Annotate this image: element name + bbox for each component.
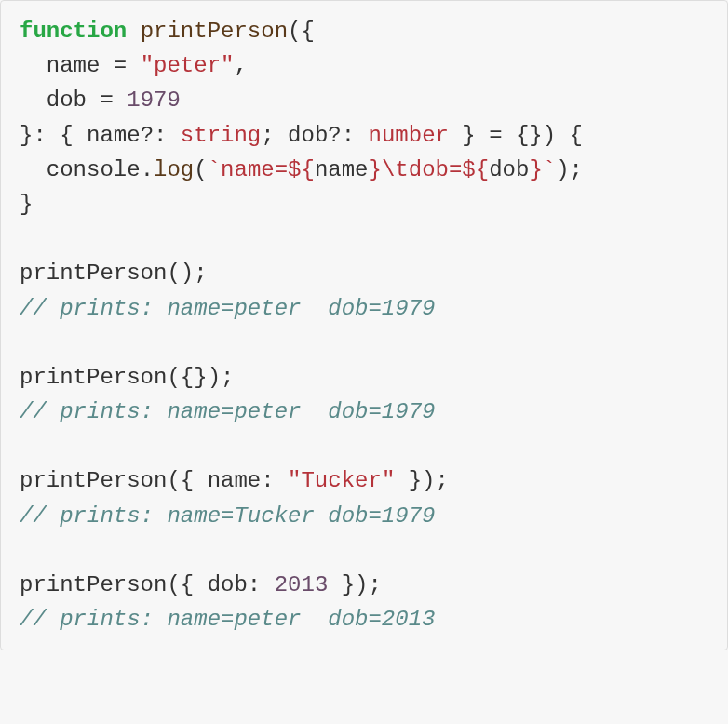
- template-tab: \t: [382, 157, 409, 182]
- backtick: `: [543, 157, 556, 182]
- indent: [20, 53, 47, 78]
- template-expr-close: }: [369, 157, 382, 182]
- number-literal: 1979: [127, 87, 181, 113]
- indent: [20, 87, 47, 113]
- type-number: number: [369, 123, 449, 148]
- call-open: printPerson({: [20, 468, 208, 493]
- number-literal: 2013: [275, 572, 329, 597]
- call-printperson-empty: printPerson({});: [20, 365, 234, 390]
- colon: :: [248, 572, 275, 597]
- equals: =: [100, 53, 140, 78]
- call-close: });: [395, 468, 449, 493]
- close-paren: );: [556, 157, 583, 182]
- template-expr-open: ${: [288, 157, 315, 182]
- indent: [20, 157, 47, 182]
- optional-marker: ?:: [141, 123, 181, 148]
- type-annotation-open: }: {: [20, 123, 87, 148]
- call-printperson-noargs: printPerson();: [20, 261, 208, 286]
- string-literal: "peter": [141, 53, 235, 78]
- comma: ,: [234, 53, 247, 78]
- code-block: function printPerson({ name = "peter", d…: [0, 0, 728, 650]
- comment-output-2: // prints: name=peter dob=1979: [20, 399, 435, 424]
- function-name: printPerson: [141, 19, 288, 44]
- call-open: printPerson({: [20, 572, 208, 597]
- optional-marker: ?:: [328, 123, 368, 148]
- colon: :: [261, 468, 288, 493]
- template-expr-close: }: [529, 157, 542, 182]
- comment-output-4: // prints: name=peter dob=2013: [20, 607, 435, 632]
- template-var-dob: dob: [489, 157, 529, 182]
- template-text: name=: [221, 157, 288, 182]
- backtick: `: [208, 157, 221, 182]
- call-close: });: [328, 572, 382, 597]
- template-expr-open: ${: [462, 157, 489, 182]
- log-method: log: [154, 157, 194, 182]
- keyword-function: function: [20, 19, 127, 44]
- string-literal: "Tucker": [288, 468, 395, 493]
- type-sep: ;: [261, 123, 288, 148]
- dot: .: [141, 157, 154, 182]
- template-var-name: name: [315, 157, 369, 182]
- comment-output-3: // prints: name=Tucker dob=1979: [20, 503, 435, 529]
- type-prop-dob: dob: [288, 123, 328, 148]
- type-prop-name: name: [87, 123, 141, 148]
- type-annotation-close: } = {}) {: [449, 123, 583, 148]
- open-paren: (: [194, 157, 207, 182]
- comment-output-1: // prints: name=peter dob=1979: [20, 296, 435, 321]
- close-brace: }: [20, 192, 33, 217]
- param-dob: dob: [47, 87, 87, 113]
- arg-key-name: name: [208, 468, 262, 493]
- equals: =: [87, 87, 127, 113]
- open-paren: ({: [288, 19, 315, 44]
- arg-key-dob: dob: [208, 572, 248, 597]
- template-text: dob=: [409, 157, 463, 182]
- console-obj: console: [47, 157, 141, 182]
- param-name: name: [47, 53, 101, 78]
- type-string: string: [181, 123, 261, 148]
